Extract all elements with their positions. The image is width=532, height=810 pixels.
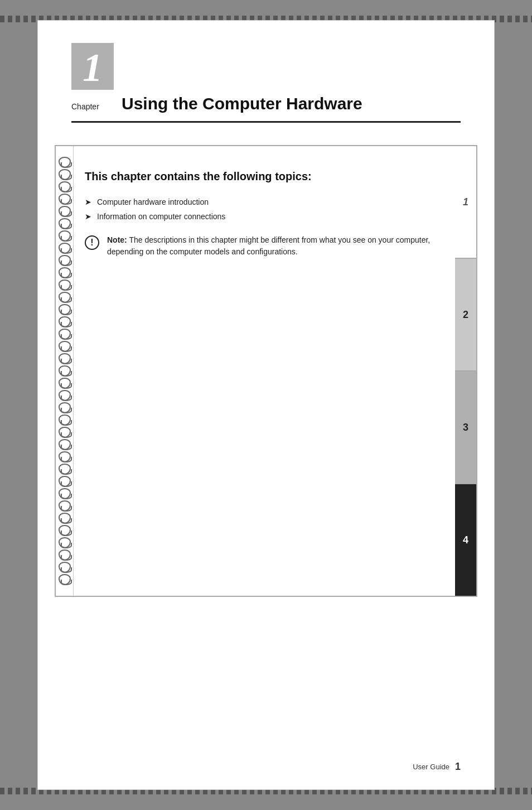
notebook-content: This chapter contains the following topi… [74,146,455,596]
tab-1-label: 1 [463,196,468,208]
chapter-number: 1 [83,45,103,90]
page-footer: User Guide 1 [413,761,461,773]
spiral-coil [59,378,71,389]
notebook: This chapter contains the following topi… [55,145,455,597]
spiral-coil [59,157,71,168]
tab-4-label: 4 [463,534,468,546]
spiral-coil [59,439,71,450]
exclamation-icon: ! [85,235,99,250]
note-label: Note: [107,235,127,244]
spiral-coil [59,230,71,242]
notebook-heading: This chapter contains the following topi… [85,168,433,184]
spiral-coil [59,329,71,340]
spiral-coil [59,243,71,254]
tab-2-label: 2 [463,309,468,321]
right-tabs: 1 2 3 4 [455,145,477,597]
tab-3-label: 3 [463,422,468,433]
tab-2[interactable]: 2 [455,259,476,372]
bullet-arrow-icon: ➤ [85,212,91,221]
chapter-header: 1 Chapter Using the Computer Hardware [38,21,494,113]
spiral-coil [59,451,71,462]
spiral-coil [59,316,71,327]
content-area: This chapter contains the following topi… [55,145,477,597]
chapter-title-row: Chapter Using the Computer Hardware [71,94,461,113]
tab-3[interactable]: 3 [455,372,476,484]
spiral-coil [59,218,71,229]
spiral-coil [59,488,71,499]
spiral-coil [59,414,71,426]
note-block: ! Note: The descriptions in this chapter… [85,234,433,258]
spiral-coil [59,341,71,352]
spiral-coil [59,353,71,364]
spiral-coil [59,181,71,192]
spiral-coil [59,574,71,585]
list-item-text: Information on computer connections [97,212,225,221]
spiral-coil [59,206,71,217]
chapter-divider [71,121,461,123]
tab-4[interactable]: 4 [455,484,476,596]
spiral-coil [59,292,71,303]
spiral-coil [59,427,71,438]
spiral-coil [59,365,71,377]
spiral-coil [59,464,71,475]
spiral-coil [59,513,71,524]
spiral-coil [59,549,71,561]
spiral-coil [59,562,71,573]
bullet-arrow-icon: ➤ [85,197,91,206]
spiral-binding [56,146,74,596]
bullet-list: ➤ Computer hardware introduction ➤ Infor… [85,197,433,221]
spiral-coil [59,537,71,548]
spiral-coil [59,169,71,180]
page-wrapper: 1 Chapter Using the Computer Hardware [0,0,532,810]
spiral-coil [59,500,71,512]
spiral-coil [59,402,71,413]
list-item-text: Computer hardware introduction [97,197,209,206]
tab-1[interactable]: 1 [455,146,476,259]
spiral-coil [59,304,71,315]
footer-page-number: 1 [455,761,461,773]
chapter-number-block: 1 [71,43,114,90]
spiral-coil [59,390,71,401]
spiral-coil [59,525,71,536]
spiral-coil [59,476,71,487]
note-text: Note: The descriptions in this chapter m… [107,234,433,258]
list-item: ➤ Information on computer connections [85,212,433,221]
chapter-label: Chapter [71,102,110,111]
chapter-title: Using the Computer Hardware [122,94,362,113]
note-body: The descriptions in this chapter might b… [107,235,430,256]
list-item: ➤ Computer hardware introduction [85,197,433,206]
spiral-coil [59,194,71,205]
spiral-coil [59,255,71,266]
document-page: 1 Chapter Using the Computer Hardware [37,20,495,790]
spiral-coil [59,267,71,278]
spiral-coil [59,279,71,291]
footer-guide-label: User Guide [413,763,449,771]
